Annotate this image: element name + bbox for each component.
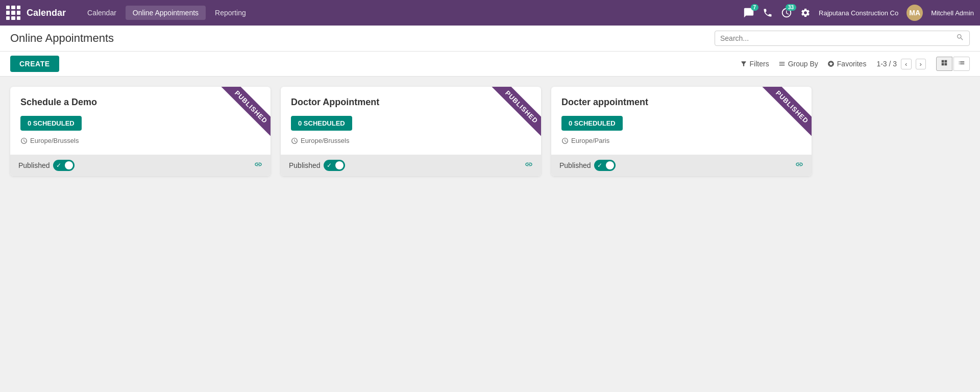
- card-body-0: Schedule a Demo 0 SCHEDULED Europe/Bruss…: [10, 87, 271, 155]
- search-bar: [715, 31, 970, 46]
- list-view-button[interactable]: [953, 57, 970, 71]
- chat-icon-btn[interactable]: 7: [743, 7, 754, 18]
- search-input[interactable]: [720, 34, 956, 42]
- ribbon-0: PUBLISHED: [221, 87, 271, 137]
- settings-icon-btn[interactable]: [800, 8, 811, 18]
- card-title-2: Docter appointment: [561, 97, 801, 108]
- appointment-card-0: Schedule a Demo 0 SCHEDULED Europe/Bruss…: [10, 87, 271, 176]
- nav-online-appointments[interactable]: Online Appointments: [126, 6, 206, 20]
- filter-group: Filters Group By Favorites: [740, 60, 867, 68]
- top-menu: Calendar Online Appointments Reporting: [80, 6, 739, 20]
- published-label-2: Published: [559, 161, 591, 169]
- toggle-wrap-1: Published ✓: [289, 160, 345, 171]
- card-footer-0: Published ✓: [10, 155, 271, 176]
- timezone-text-2: Europe/Paris: [571, 137, 609, 144]
- pagination: 1-3 / 3 ‹ ›: [876, 59, 926, 69]
- view-toggle: [936, 57, 970, 71]
- toggle-wrap-0: Published ✓: [18, 160, 75, 171]
- scheduled-btn-2[interactable]: 0 SCHEDULED: [561, 116, 623, 131]
- pagination-text: 1-3 / 3: [876, 60, 897, 68]
- create-button[interactable]: CREATE: [10, 56, 59, 72]
- scheduled-btn-0[interactable]: 0 SCHEDULED: [20, 116, 82, 131]
- nav-reporting[interactable]: Reporting: [208, 6, 253, 20]
- ribbon-1: PUBLISHED: [492, 87, 541, 137]
- groupby-label: Group By: [788, 60, 818, 68]
- grid-view-button[interactable]: [936, 57, 952, 71]
- card-timezone-0: Europe/Brussels: [20, 137, 260, 144]
- filters-button[interactable]: Filters: [740, 60, 769, 68]
- top-navigation: Calendar Calendar Online Appointments Re…: [0, 0, 980, 26]
- toolbar: CREATE Filters Group By Favorites 1-3 / …: [0, 52, 980, 77]
- clock-badge: 33: [786, 4, 796, 11]
- username[interactable]: Mitchell Admin: [931, 9, 974, 17]
- filters-label: Filters: [750, 60, 769, 68]
- cards-container: Schedule a Demo 0 SCHEDULED Europe/Bruss…: [0, 77, 980, 186]
- company-name[interactable]: Rajputana Construction Co: [819, 9, 898, 17]
- link-icon-2[interactable]: [795, 160, 803, 170]
- card-title-0: Schedule a Demo: [20, 97, 260, 108]
- appointment-card-2: Docter appointment 0 SCHEDULED Europe/Pa…: [551, 87, 812, 176]
- groupby-button[interactable]: Group By: [778, 60, 818, 68]
- nav-calendar[interactable]: Calendar: [80, 6, 124, 20]
- timezone-text-1: Europe/Brussels: [301, 137, 349, 144]
- toggle-0[interactable]: ✓: [53, 160, 75, 171]
- toggle-check-1: ✓: [327, 162, 332, 169]
- topnav-right: 7 33 Rajputana Construction Co MA Mitche…: [743, 5, 974, 21]
- toggle-2[interactable]: ✓: [594, 160, 616, 171]
- favorites-label: Favorites: [837, 60, 867, 68]
- published-label-0: Published: [18, 161, 50, 169]
- app-grid-icon[interactable]: [6, 6, 20, 20]
- card-body-1: Doctor Appointment 0 SCHEDULED Europe/Br…: [281, 87, 541, 155]
- card-footer-1: Published ✓: [281, 155, 541, 176]
- pagination-prev[interactable]: ‹: [901, 59, 911, 69]
- timezone-text-0: Europe/Brussels: [30, 137, 79, 144]
- link-icon-0[interactable]: [254, 160, 262, 170]
- pagination-next[interactable]: ›: [916, 59, 926, 69]
- published-label-1: Published: [289, 161, 321, 169]
- search-icon[interactable]: [956, 33, 964, 43]
- avatar[interactable]: MA: [906, 5, 923, 21]
- card-timezone-2: Europe/Paris: [561, 137, 801, 144]
- toolbar-right: Filters Group By Favorites 1-3 / 3 ‹ ›: [740, 57, 970, 71]
- ribbon-2: PUBLISHED: [762, 87, 812, 137]
- card-body-2: Docter appointment 0 SCHEDULED Europe/Pa…: [551, 87, 812, 155]
- phone-icon-btn[interactable]: [763, 8, 773, 18]
- chat-badge: 7: [751, 4, 759, 11]
- favorites-button[interactable]: Favorites: [827, 60, 867, 68]
- toggle-1[interactable]: ✓: [324, 160, 345, 171]
- card-title-1: Doctor Appointment: [291, 97, 531, 108]
- appointment-card-1: Doctor Appointment 0 SCHEDULED Europe/Br…: [281, 87, 541, 176]
- card-footer-2: Published ✓: [551, 155, 812, 176]
- app-name: Calendar: [27, 8, 66, 18]
- link-icon-1[interactable]: [525, 160, 533, 170]
- toggle-check-0: ✓: [56, 162, 61, 169]
- scheduled-btn-1[interactable]: 0 SCHEDULED: [291, 116, 352, 131]
- card-timezone-1: Europe/Brussels: [291, 137, 531, 144]
- clock-icon-btn[interactable]: 33: [781, 7, 792, 18]
- page-title: Online Appointments: [10, 32, 114, 45]
- subheader: Online Appointments: [0, 26, 980, 52]
- toggle-wrap-2: Published ✓: [559, 160, 616, 171]
- toggle-check-2: ✓: [597, 162, 602, 169]
